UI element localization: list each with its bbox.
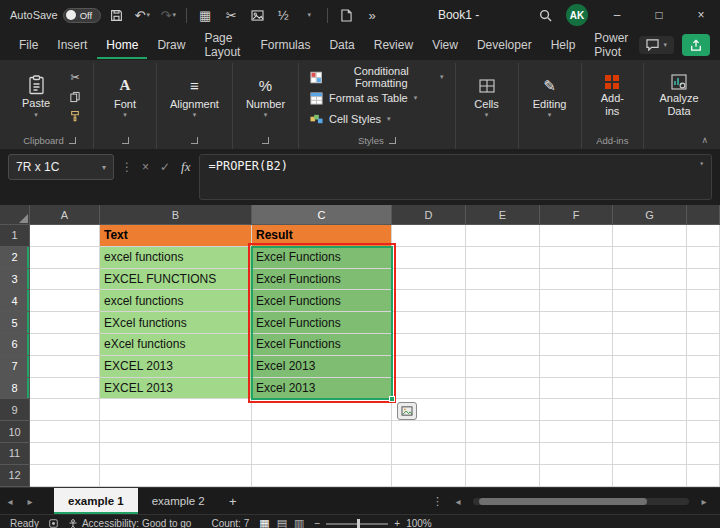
cell-F3[interactable] [540,269,613,291]
previous-sheet-button[interactable]: ◂ [0,488,20,514]
number-menu-button[interactable]: % Number ▾ [240,65,291,127]
cell-D1[interactable] [392,225,466,247]
horizontal-scrollbar-thumb[interactable] [479,498,647,505]
cell-x10[interactable] [687,421,720,443]
cell-C8[interactable]: Excel 2013 [252,378,392,400]
cell-C5[interactable]: Excel Functions [252,312,392,334]
clipboard-dialog-launcher-icon[interactable] [69,137,76,144]
page-break-view-button[interactable]: ▥ [294,517,304,528]
column-header-B[interactable]: B [100,205,252,225]
editing-menu-button[interactable]: ✎ Editing ▾ [526,65,574,127]
enter-entry-button[interactable]: ✓ [158,154,172,180]
menu-tab-review[interactable]: Review [365,32,422,59]
cell-C9[interactable] [252,399,392,421]
cell-x2[interactable] [687,247,720,269]
row-header-9[interactable]: 9 [0,399,30,421]
cell-G8[interactable] [613,378,687,400]
qat-picture-button[interactable] [246,3,268,27]
addins-button[interactable]: Add-ins [589,65,636,127]
cell-B11[interactable] [100,443,252,465]
cell-G7[interactable] [613,356,687,378]
alignment-menu-button[interactable]: ≡ Alignment ▾ [164,65,225,127]
cell-G1[interactable] [613,225,687,247]
column-header-overflow[interactable] [687,205,720,225]
row-header-3[interactable]: 3 [0,269,30,291]
cell-x5[interactable] [687,312,720,334]
column-header-F[interactable]: F [540,205,613,225]
cell-G4[interactable] [613,290,687,312]
row-header-8[interactable]: 8 [0,378,30,400]
cell-C11[interactable] [252,443,392,465]
cell-D4[interactable] [392,290,466,312]
qat-number-format-button[interactable]: ½ [272,3,294,27]
format-painter-button[interactable] [64,107,86,124]
zoom-level[interactable]: 100% [406,518,432,528]
cell-x3[interactable] [687,269,720,291]
share-button[interactable] [682,34,710,56]
cell-A10[interactable] [30,421,100,443]
zoom-slider-thumb[interactable] [357,519,360,528]
search-button[interactable] [534,3,556,27]
row-header-2[interactable]: 2 [0,247,30,269]
cell-B7[interactable]: EXCEL 2013 [100,356,252,378]
formula-input[interactable]: =PROPER(B2) ▾ [199,154,712,200]
cell-D12[interactable] [392,465,466,487]
cell-E9[interactable] [466,399,540,421]
horizontal-scrollbar[interactable] [473,498,689,505]
menu-tab-help[interactable]: Help [542,32,585,59]
sheet-tab-example-1[interactable]: example 1 [54,488,138,514]
expand-formula-bar-button[interactable]: ▾ [699,159,704,168]
cell-B5[interactable]: EXcel functions [100,312,252,334]
cell-A6[interactable] [30,334,100,356]
page-layout-view-button[interactable]: ▤ [277,517,287,528]
normal-view-button[interactable]: ▦ [259,517,269,528]
cell-D2[interactable] [392,247,466,269]
cell-A7[interactable] [30,356,100,378]
comments-button[interactable]: ▾ [639,36,674,54]
cell-B12[interactable] [100,465,252,487]
menu-tab-developer[interactable]: Developer [468,32,541,59]
cell-C10[interactable] [252,421,392,443]
cell-F8[interactable] [540,378,613,400]
cell-F4[interactable] [540,290,613,312]
row-header-5[interactable]: 5 [0,312,30,334]
cell-E8[interactable] [466,378,540,400]
cell-B1[interactable]: Text [100,225,252,247]
menu-tab-view[interactable]: View [423,32,467,59]
cell-x9[interactable] [687,399,720,421]
menu-tab-data[interactable]: Data [320,32,363,59]
cell-G12[interactable] [613,465,687,487]
cell-B8[interactable]: EXCEL 2013 [100,378,252,400]
number-dialog-launcher-icon[interactable] [262,137,269,144]
row-header-11[interactable]: 11 [0,443,30,465]
cells-menu-button[interactable]: Cells ▾ [463,65,511,127]
cell-E4[interactable] [466,290,540,312]
select-all-button[interactable] [0,205,30,225]
cell-D6[interactable] [392,334,466,356]
qat-dropdown-button[interactable]: ▾ [298,3,320,27]
format-as-table-button[interactable]: Format as Table ▾ [306,88,448,108]
cell-G6[interactable] [613,334,687,356]
cell-E5[interactable] [466,312,540,334]
cell-x12[interactable] [687,465,720,487]
column-header-G[interactable]: G [613,205,687,225]
scroll-right-button[interactable]: ▸ [694,495,714,508]
save-button[interactable] [105,3,127,27]
menu-tab-file[interactable]: File [10,32,47,59]
cell-C3[interactable]: Excel Functions [252,269,392,291]
cell-C7[interactable]: Excel 2013 [252,356,392,378]
formula-bar-resize-handle[interactable]: ⋮ [121,154,133,180]
column-header-C[interactable]: C [252,205,392,225]
row-header-6[interactable]: 6 [0,334,30,356]
cell-B2[interactable]: excel functions [100,247,252,269]
insert-function-button[interactable]: fx [179,154,192,180]
cell-D10[interactable] [392,421,466,443]
autosave-toggle[interactable]: AutoSave Off [10,8,101,23]
cell-E1[interactable] [466,225,540,247]
cell-C4[interactable]: Excel Functions [252,290,392,312]
analyze-data-button[interactable]: Analyze Data [651,65,707,127]
cell-A4[interactable] [30,290,100,312]
row-header-10[interactable]: 10 [0,421,30,443]
cell-A8[interactable] [30,378,100,400]
accessibility-status[interactable]: Accessibility: Good to go [68,518,192,528]
